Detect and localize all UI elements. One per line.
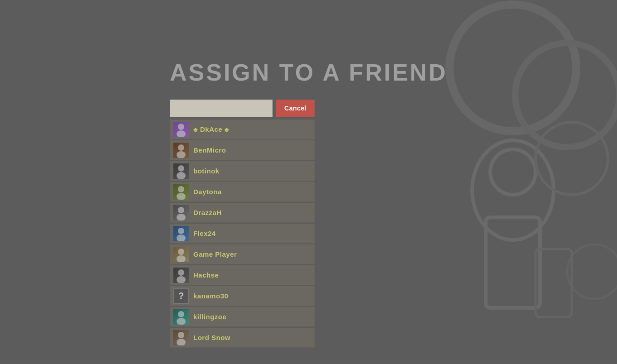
friend-item[interactable]: botinok	[170, 161, 315, 181]
search-input[interactable]	[170, 100, 273, 117]
friend-name: botinok	[193, 167, 220, 175]
friend-name: BenMicro	[193, 146, 226, 154]
cancel-button[interactable]: Cancel	[276, 100, 315, 117]
friend-item[interactable]: Daytona	[170, 182, 315, 202]
friend-avatar	[173, 163, 189, 179]
svg-point-23	[177, 276, 186, 283]
svg-point-27	[177, 339, 186, 345]
friend-avatar	[173, 143, 189, 158]
svg-point-25	[177, 318, 186, 325]
friend-avatar	[173, 330, 189, 345]
friend-item[interactable]: BenMicro	[170, 140, 315, 160]
svg-point-9	[177, 130, 186, 137]
friend-name: DrazzaH	[193, 209, 222, 216]
friend-name: ♣ DkAce ♣	[193, 125, 229, 133]
friend-item[interactable]: ?kanamo30	[170, 286, 315, 306]
svg-point-12	[178, 165, 184, 172]
friend-avatar	[173, 226, 189, 241]
friend-name: Hachse	[193, 271, 219, 279]
friend-avatar	[173, 268, 189, 283]
friend-item[interactable]: Flex24	[170, 224, 315, 244]
svg-point-15	[177, 193, 186, 200]
friend-name: Flex24	[193, 230, 216, 237]
svg-point-13	[177, 172, 186, 179]
friend-item[interactable]: DrazzaH	[170, 203, 315, 223]
main-content: ASSIGN TO A FRIEND Cancel ♣ DkAce ♣ BenM…	[0, 0, 617, 364]
friend-list: ♣ DkAce ♣ BenMicro botinok Daytona Drazz…	[170, 120, 315, 348]
friend-avatar	[173, 247, 189, 262]
friend-item[interactable]: ♣ DkAce ♣	[170, 120, 315, 139]
search-row: Cancel	[170, 100, 315, 117]
friend-avatar	[173, 309, 189, 325]
friend-item[interactable]: Lord Snow	[170, 328, 315, 348]
friend-item[interactable]: killingzoe	[170, 307, 315, 327]
friend-name: killingzoe	[193, 313, 226, 321]
page-title: ASSIGN TO A FRIEND	[170, 59, 447, 86]
svg-point-16	[178, 207, 184, 213]
svg-point-10	[178, 144, 184, 151]
svg-point-8	[178, 124, 184, 130]
friend-avatar	[173, 205, 189, 220]
svg-point-21	[177, 255, 186, 262]
friend-avatar: ?	[173, 288, 189, 304]
svg-point-11	[177, 151, 186, 158]
friend-name: Daytona	[193, 188, 222, 196]
friend-name: Game Player	[193, 250, 237, 258]
svg-point-14	[178, 186, 184, 192]
friend-item[interactable]: Game Player	[170, 244, 315, 264]
svg-point-20	[178, 249, 184, 255]
friend-name: kanamo30	[193, 292, 228, 300]
svg-point-17	[177, 214, 186, 220]
svg-point-18	[178, 228, 184, 234]
friend-name: Lord Snow	[193, 334, 230, 341]
svg-point-22	[178, 269, 184, 276]
friend-avatar	[173, 184, 189, 200]
svg-point-19	[177, 235, 186, 241]
svg-point-24	[178, 311, 184, 317]
svg-point-26	[178, 332, 184, 338]
friend-item[interactable]: Hachse	[170, 265, 315, 285]
friend-avatar	[173, 122, 189, 137]
